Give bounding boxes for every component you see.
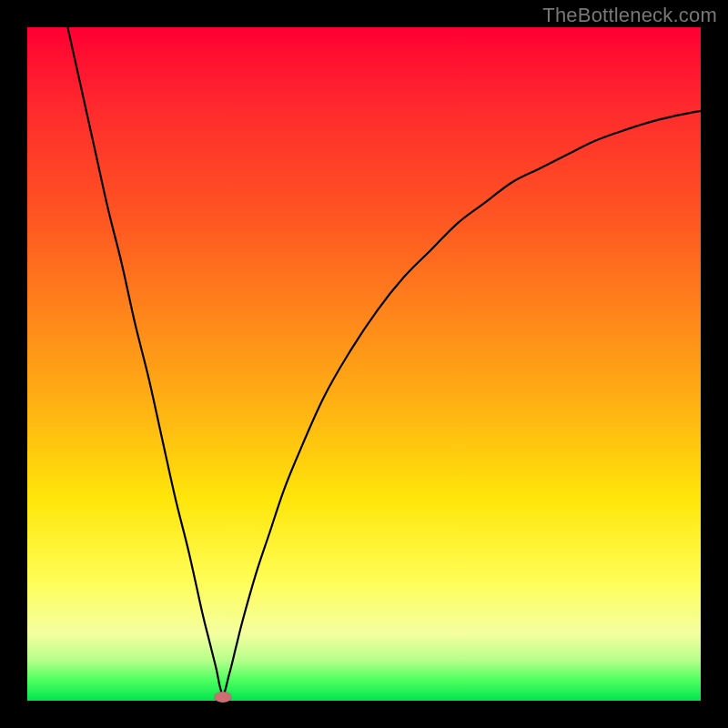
plot-area (27, 27, 701, 701)
watermark-text: TheBottleneck.com (542, 4, 717, 27)
optimal-point-marker (214, 692, 231, 703)
curve-path (67, 27, 701, 694)
chart-frame: TheBottleneck.com (0, 0, 728, 728)
bottleneck-curve (27, 27, 701, 701)
